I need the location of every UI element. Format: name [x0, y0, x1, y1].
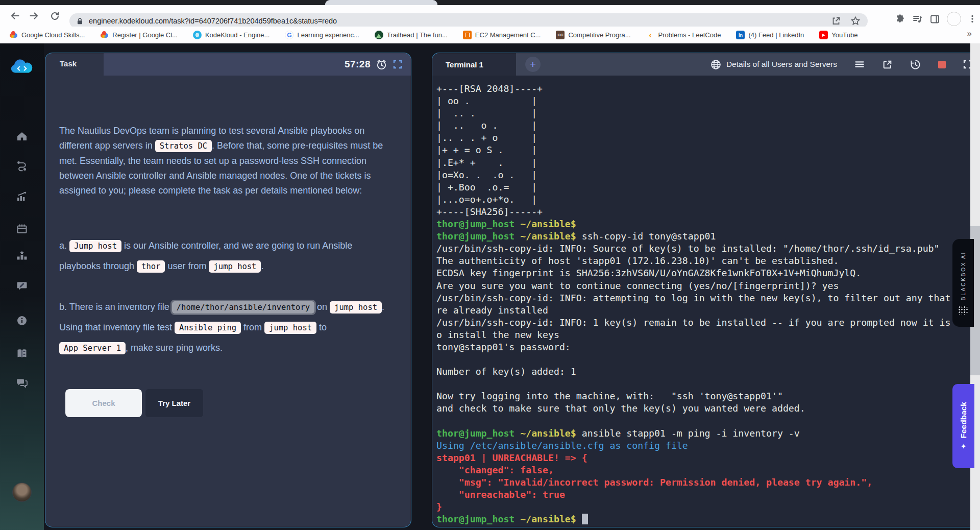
code-chip: jump host [264, 322, 316, 334]
terminal-text-segment: "msg": "Invalid/incorrect password: Perm… [436, 477, 872, 488]
menu-hamburger-icon[interactable] [854, 59, 865, 69]
bookmark-item[interactable]: CCCompetitive Progra... [556, 31, 630, 39]
bookmark-item[interactable]: Trailhead | The fun... [375, 31, 448, 39]
check-button[interactable]: Check [65, 389, 142, 417]
terminal-line: |.. . . + o | [436, 132, 980, 144]
terminal-text-segment: and check to make sure that only the key… [436, 403, 805, 414]
learning-path-icon[interactable] [15, 159, 29, 173]
bookmark-item[interactable]: EC2 Management C... [463, 31, 541, 39]
bookmark-label: Google Cloud Skills... [21, 31, 85, 39]
details-link[interactable]: Details of all Users and Servers [710, 59, 837, 70]
task-intro-paragraph: The Nautilus DevOps team is planning to … [59, 124, 392, 198]
kodekloud-logo-icon[interactable] [9, 58, 35, 78]
terminal-line: |o=Xo. . .o . | [436, 169, 980, 181]
home-icon[interactable] [15, 130, 29, 143]
bookmark-item[interactable]: in(4) Feed | LinkedIn [736, 31, 804, 39]
task-tab-label[interactable]: Task [60, 59, 77, 68]
bookmark-label: Problems - LeetCode [658, 31, 721, 39]
terminal-panel: Terminal 1 + Details of all Users and Se… [432, 53, 980, 527]
url-text: engineer.kodekloud.com/task?id=6407206f7… [89, 17, 337, 25]
google-cloud-favicon-icon [100, 31, 109, 39]
docs-book-icon[interactable] [15, 347, 29, 360]
bookmark-label: Register | Google Cl... [112, 31, 178, 39]
community-chat-icon[interactable] [15, 376, 29, 390]
side-panel-icon[interactable] [929, 14, 940, 25]
back-button[interactable] [7, 8, 22, 23]
bookmark-item[interactable]: GLearning experienc... [285, 31, 359, 39]
bookmark-item[interactable]: Google Cloud Skills... [9, 31, 85, 39]
text-run: , make sure ping works. [126, 343, 223, 353]
terminal-text-segment: |...o=o+.o+*o. | [436, 194, 537, 205]
terminal-text-segment: tony@stapp01's password: [436, 342, 571, 352]
bookmark-label: YouTube [831, 31, 857, 39]
history-restore-icon[interactable] [910, 59, 921, 70]
terminal-text-segment: The authenticity of host 'stapp01 (172.1… [436, 255, 839, 266]
bookmark-item[interactable]: KodeKloud - Engine... [193, 31, 270, 39]
feedback-label: Feedback [959, 402, 968, 439]
user-avatar[interactable] [12, 483, 32, 502]
add-terminal-button[interactable]: + [525, 57, 541, 72]
terminal-line: | oo . | [436, 95, 980, 107]
terminal-cursor [582, 514, 588, 524]
terminal-text-segment: | .. o . | [436, 120, 537, 131]
blackbox-ai-tab[interactable]: BLACKBOX AI [952, 239, 974, 327]
kodekloud-favicon-icon [193, 31, 202, 39]
google-favicon-icon: G [285, 31, 293, 39]
bookmark-star-icon[interactable] [850, 16, 861, 26]
bookmark-item[interactable]: Register | Google Cl... [100, 31, 178, 39]
forward-arrow-icon [29, 10, 40, 21]
terminal-line: thor@jump_host ~/ansible$ ansible stapp0… [436, 427, 980, 440]
bookmark-item[interactable]: ‹Problems - LeetCode [646, 31, 721, 39]
terminal-line: The authenticity of host 'stapp01 (172.1… [436, 255, 980, 267]
terminal-line: stapp01 | UNREACHABLE! => { [436, 452, 980, 464]
task-fullscreen-icon[interactable] [393, 59, 403, 69]
terminal-text-segment: Now try logging into the machine, with: … [436, 391, 783, 401]
codechef-favicon-icon: CC [556, 31, 565, 39]
youtube-favicon-icon [819, 31, 828, 39]
alarm-clock-icon [376, 59, 387, 70]
terminal-text-segment: thor@jump_host [436, 219, 514, 229]
bookmark-item[interactable]: YouTube [819, 31, 857, 39]
progress-growth-icon[interactable] [15, 190, 29, 203]
terminal-line: |.E+* + . | [436, 157, 980, 169]
terminal-text-segment: "changed": false, [436, 465, 554, 475]
task-timer-group: 57:28 [345, 53, 403, 76]
reload-button[interactable] [47, 8, 62, 23]
playlist-extension-icon[interactable] [912, 14, 923, 25]
blackbox-label: BLACKBOX AI [960, 251, 966, 300]
active-browser-tab[interactable] [325, 0, 437, 5]
terminal-output[interactable]: +---[RSA 2048]----+| oo . || .. . || .. … [436, 83, 980, 527]
profile-avatar[interactable] [947, 12, 961, 26]
browser-menu-dots-icon[interactable] [968, 14, 977, 23]
bookmark-label: EC2 Management C... [475, 31, 541, 39]
text-run: user from [165, 261, 209, 271]
share-icon[interactable] [831, 16, 841, 26]
terminal-text-segment: ECDSA key fingerprint is SHA256:3zhVS6N/… [436, 268, 861, 278]
open-in-new-icon[interactable] [882, 59, 893, 70]
text-run: . [261, 261, 263, 271]
try-later-button[interactable]: Try Later [145, 389, 203, 417]
stop-button[interactable] [938, 61, 946, 68]
bookmark-label: Learning experienc... [297, 31, 359, 39]
terminal-line: Number of key(s) added: 1 [436, 366, 980, 378]
terminal-line: thor@jump_host ~/ansible$ ssh-copy-id to… [436, 230, 980, 243]
terminal-line: /usr/bin/ssh-copy-id: INFO: Source of ke… [436, 243, 980, 255]
forward-button[interactable] [27, 8, 42, 23]
terminal-line: tony@stapp01's password: [436, 341, 980, 353]
calendar-icon[interactable] [15, 222, 29, 235]
extensions-puzzle-icon[interactable] [895, 14, 905, 25]
code-chip-selected: /home/thor/ansible/inventory [172, 301, 314, 314]
feedback-button[interactable]: Feedback ✦ [952, 384, 974, 468]
terminal-line: +----[SHA256]-----+ [436, 206, 980, 218]
info-icon[interactable] [15, 314, 29, 327]
bookmarks-overflow-chevron[interactable]: » [967, 29, 972, 39]
bookmark-label: Trailhead | The fun... [387, 31, 448, 39]
text-run: a. [59, 240, 69, 251]
leaderboard-icon[interactable] [15, 249, 29, 262]
terminal-text-segment: |.E+* + . | [436, 157, 537, 168]
window-title-strip [0, 0, 980, 5]
terminal-line: } [436, 501, 980, 513]
terminal-line: /usr/bin/ssh-copy-id: INFO: attempting t… [436, 292, 980, 304]
terminal-tab[interactable]: Terminal 1 [432, 53, 516, 76]
feedback-note-icon[interactable] [15, 279, 29, 293]
